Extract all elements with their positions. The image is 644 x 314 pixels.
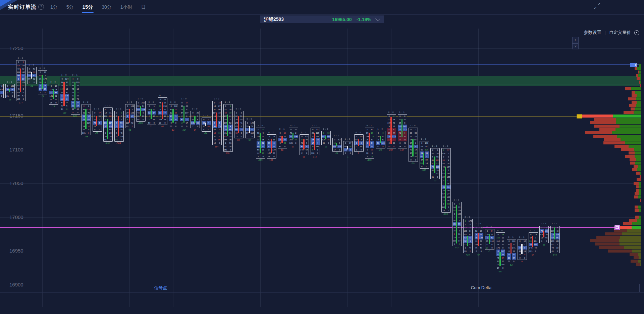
imbalance-label: 1 : 0: [94, 108, 100, 110]
bid-volume: 81: [224, 145, 227, 148]
footprint-row: 390: [387, 145, 396, 148]
ask-volume: 82: [32, 67, 36, 71]
ask-volume: 0: [43, 81, 47, 84]
footprint-chart[interactable]: 1725017200171501710017050170001695016900…: [0, 15, 644, 307]
ask-volume: 33: [403, 138, 407, 141]
bid-volume: 0: [322, 131, 326, 135]
profile-bid-bar: [629, 219, 637, 222]
ask-volume: 25: [196, 111, 200, 115]
bid-volume: 41: [551, 250, 554, 253]
candle-direction-line: [423, 153, 425, 165]
pane-help-button[interactable]: ?: [572, 43, 579, 49]
bid-volume: 185: [289, 141, 293, 145]
tab-30分[interactable]: 30分: [101, 1, 112, 14]
ask-volume: 64: [501, 233, 505, 236]
ask-volume: 0: [523, 256, 527, 260]
ask-volume: 47: [468, 246, 472, 250]
ask-volume: 32: [414, 151, 418, 155]
tab-1分[interactable]: 1分: [50, 1, 58, 14]
target-icon[interactable]: [634, 30, 639, 35]
ask-volume: 124: [65, 77, 69, 81]
param-settings-link[interactable]: 参数设置: [584, 30, 601, 36]
tab-15分[interactable]: 15分: [82, 0, 94, 14]
ask-volume: 42: [403, 141, 407, 145]
delta-label: -65: [433, 179, 436, 182]
footprint-row: 034: [485, 229, 494, 233]
profile-bid-bar: [635, 206, 638, 209]
bid-volume: 0: [71, 77, 75, 81]
tab-日[interactable]: 日: [141, 1, 147, 14]
ask-volume: 3: [174, 115, 178, 118]
tab-5分[interactable]: 5分: [66, 1, 74, 14]
price-axis-label: 16900: [9, 282, 23, 287]
ask-volume: 21: [76, 91, 79, 94]
bid-volume: 13: [235, 135, 238, 138]
footprint-row: 1030: [16, 97, 25, 101]
footprint-row: 0102: [169, 104, 178, 108]
candle-direction-line: [347, 146, 348, 149]
imbalance-label: 0 : 1: [508, 236, 514, 238]
profile-bid-bar: [614, 145, 629, 148]
ask-volume: 11: [272, 138, 276, 141]
footprint-candle[interactable]: 0422653200: [0, 84, 4, 98]
footprint-row: 00: [376, 131, 385, 135]
footprint-row: 7687: [474, 246, 483, 250]
footprint-row: 00: [474, 250, 483, 253]
ask-volume: 3: [109, 118, 112, 121]
ask-volume: 67: [501, 243, 505, 246]
delta-label: -19: [52, 105, 55, 107]
pane-tab-signal[interactable]: 信号点: [154, 285, 167, 291]
ask-volume: 0: [403, 115, 407, 118]
candle-direction-line: [107, 119, 108, 139]
bid-volume: 0: [289, 128, 293, 131]
bid-volume: 57: [464, 223, 467, 226]
candle-direction-line: [63, 82, 65, 106]
ask-volume: 90: [65, 91, 69, 94]
footprint-row: 230: [376, 145, 385, 148]
delta-label: -29: [411, 162, 414, 165]
bid-volume: 67: [551, 243, 554, 246]
profile-ask-bar: [641, 178, 641, 181]
bid-volume: 0: [82, 104, 86, 108]
ask-volume: 4: [359, 138, 363, 141]
bid-volume: 12: [104, 111, 108, 115]
symbol-selector[interactable]: 沪铅2503 16965.00 -1.19%: [260, 15, 384, 23]
bid-volume: 27: [485, 246, 489, 250]
ask-volume: 0: [185, 125, 189, 128]
bid-volume: 23: [376, 145, 380, 148]
bid-volume: 0: [355, 148, 358, 151]
ask-volume: 0: [555, 250, 559, 253]
profile-bid-bar: [608, 250, 632, 253]
bid-volume: 0: [49, 84, 53, 88]
candle-direction-line: [53, 89, 54, 99]
bid-volume: 1: [224, 141, 227, 145]
expand-icon[interactable]: ↗ ↙: [594, 3, 600, 9]
custom-volume-link[interactable]: 自定义量价: [609, 30, 631, 36]
help-icon[interactable]: ?: [38, 4, 44, 10]
ask-volume: 0: [545, 239, 548, 243]
ask-volume: 30: [98, 115, 101, 118]
ask-volume: 38: [436, 152, 439, 155]
ask-volume: 57: [501, 256, 505, 260]
ask-volume: 160: [534, 243, 537, 246]
bid-volume: 181: [224, 148, 227, 151]
ask-volume: 28: [414, 135, 418, 138]
bid-volume: 18: [442, 209, 445, 212]
next-button[interactable]: ›: [572, 37, 579, 43]
tab-1小时[interactable]: 1小时: [120, 1, 133, 14]
profile-bid-bar: [604, 138, 621, 141]
bid-volume: 42: [464, 226, 467, 229]
candle-direction-line: [183, 106, 185, 123]
ask-volume: 31: [109, 111, 112, 115]
ask-volume: 68: [163, 118, 167, 121]
profile-bid-bar: [631, 260, 638, 263]
ask-volume: 44: [392, 131, 396, 135]
ask-volume: 34: [370, 141, 374, 145]
footprint-row: 18462: [16, 94, 25, 97]
footprint-row: 087: [158, 98, 167, 101]
ask-volume: 84: [425, 158, 428, 162]
pane-cum-delta[interactable]: Cum Delta: [323, 284, 640, 293]
candle-direction-line: [380, 136, 381, 143]
ask-volume: 11: [76, 101, 79, 104]
ask-volume: 74: [348, 145, 352, 148]
